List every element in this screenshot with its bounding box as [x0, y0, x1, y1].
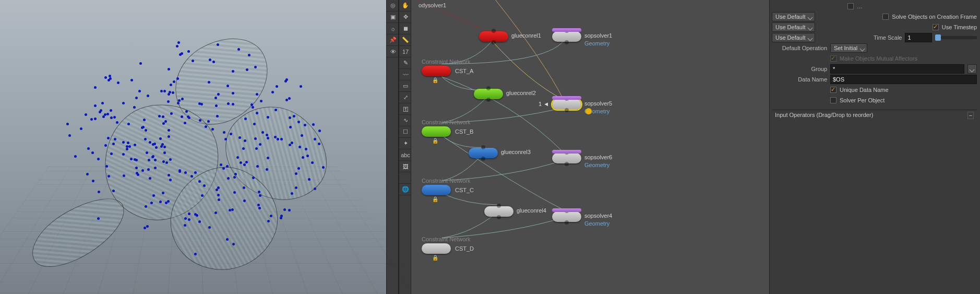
constraint-head: Constraint Network — [422, 58, 473, 65]
empty-icon[interactable] — [399, 172, 412, 184]
defaultop-label: Default Operation — [772, 45, 827, 51]
node-sopsolver4[interactable]: sopsolver4Geometry — [552, 211, 581, 222]
stop-icon[interactable]: ◼ — [399, 23, 412, 34]
node-sublabel[interactable]: Geometry — [584, 220, 609, 227]
pin-icon[interactable]: 📌 — [387, 34, 399, 46]
node-label: sopsolver6 — [584, 154, 612, 160]
constraint-cst_c[interactable]: Constraint NetworkCST_C🔒 — [420, 178, 474, 195]
section-toggle-icon[interactable]: − — [967, 112, 974, 119]
viewport-3d[interactable] — [0, 0, 386, 294]
node-label: sopsolver4 — [584, 213, 612, 219]
mutual-chk[interactable] — [830, 55, 836, 62]
constraint-label: CST_D — [455, 245, 474, 252]
node-glueconrel2[interactable]: glueconrel2 — [474, 89, 503, 99]
group-label: Group — [772, 66, 827, 72]
network-view[interactable]: odysolver1 glueconrel1sopsolver1Geometry… — [411, 0, 769, 294]
constraint-head: Constraint Network — [422, 119, 473, 125]
persp-icon[interactable]: ▣ — [387, 11, 399, 23]
input-operators-label: Input Operators (Drag/Drop to reorder) — [775, 112, 873, 118]
lock-icon: 🔒 — [432, 138, 438, 144]
rect-icon[interactable]: ▭ — [399, 80, 412, 92]
timescale-slider[interactable] — [935, 36, 977, 39]
dataname-input[interactable] — [830, 75, 977, 84]
constraint-node[interactable] — [422, 185, 451, 195]
network-root-label: odysolver1 — [419, 2, 446, 8]
lock-icon: 🔒 — [432, 196, 438, 202]
defaultop-dropdown[interactable]: Set Initial — [830, 43, 867, 53]
node-sopsolver6[interactable]: sopsolver6Geometry — [552, 153, 581, 163]
node-label: glueconrel3 — [501, 149, 531, 155]
group-input[interactable] — [830, 64, 964, 74]
node-glueconrel4[interactable]: glueconrel4 — [484, 206, 513, 217]
timescale-input[interactable] — [905, 33, 932, 42]
lock-icon: 🔒 — [432, 255, 438, 261]
constraint-cst_d[interactable]: Constraint NetworkCST_D🔒 — [420, 236, 474, 254]
constraint-cst_a[interactable]: Constraint NetworkCST_A🔒 — [420, 58, 473, 76]
solve-creation-chk[interactable] — [882, 14, 889, 20]
solve-creation-label: Solve Objects on Creation Frame — [892, 14, 977, 20]
group-menu[interactable] — [967, 64, 977, 74]
globe-icon[interactable]: 🌐 — [399, 184, 412, 195]
uniquedn-label: Unique Data Name — [840, 87, 889, 93]
parameter-pane: … Use Default Solve Objects on Creation … — [769, 0, 980, 294]
box-icon[interactable]: ☐ — [399, 126, 412, 138]
dataname-label: Data Name — [772, 76, 827, 83]
mutual-label: Make Objects Mutual Affectors — [840, 55, 917, 62]
lock-icon: 🔒 — [432, 77, 438, 83]
node-glueconrel1[interactable]: glueconrel1 — [479, 31, 508, 42]
top-chk[interactable] — [847, 3, 854, 9]
solverperobj-label: Solver Per Object — [840, 97, 885, 103]
constraint-label: CST_C — [455, 187, 474, 193]
constraint-label: CST_B — [455, 128, 473, 135]
light-icon[interactable]: ☼ — [387, 23, 399, 34]
uniquedn-chk[interactable] — [830, 87, 836, 93]
move-icon[interactable]: ✥ — [399, 11, 412, 23]
input-badge: 1 ◄ — [539, 101, 549, 107]
number-icon[interactable]: 17 — [399, 46, 412, 57]
target-icon[interactable]: ◎ — [387, 0, 399, 11]
constraint-label: CST_A — [455, 68, 473, 74]
node-label: sopsolver1 — [584, 32, 612, 39]
constraint-node[interactable] — [422, 126, 451, 137]
path-icon[interactable]: 〰 — [399, 69, 412, 80]
warning-icon — [585, 108, 592, 114]
usedefault-1[interactable]: Use Default — [772, 12, 815, 21]
brush-icon[interactable]: ✎ — [399, 57, 412, 69]
xform-icon[interactable]: ✦ — [399, 138, 412, 149]
abc-icon[interactable]: abc — [399, 149, 412, 161]
key-icon[interactable]: ⚿ — [399, 103, 412, 115]
scale-icon[interactable]: ⤢ — [399, 92, 412, 103]
node-label: glueconrel4 — [517, 207, 546, 214]
constraint-head: Constraint Network — [422, 178, 474, 184]
node-sublabel[interactable]: Geometry — [584, 40, 609, 46]
top-trunc-label: … — [857, 3, 977, 9]
node-label: glueconrel1 — [511, 32, 541, 39]
constraint-node[interactable] — [422, 66, 451, 76]
timescale-label: Time Scale — [818, 34, 902, 41]
img-icon[interactable]: 🖼 — [399, 161, 412, 172]
solverperobj-chk[interactable] — [830, 97, 836, 103]
node-label: glueconrel2 — [506, 90, 536, 96]
node-sopsolver5[interactable]: sopsolver5Geometry1 ◄ — [552, 99, 581, 110]
usedefault-2[interactable]: Use Default — [772, 22, 815, 32]
network-toolbar: ✋ ✥ ◼ 📏 17 ✎ 〰 ▭ ⤢ ⚿ ∿ ☐ ✦ abc 🖼 🌐 — [399, 0, 411, 294]
hand-icon[interactable]: ✋ — [399, 0, 412, 11]
constraint-cst_b[interactable]: Constraint NetworkCST_B🔒 — [420, 119, 473, 137]
input-operators-section[interactable]: Input Operators (Drag/Drop to reorder) − — [772, 110, 977, 120]
node-glueconrel3[interactable]: glueconrel3 — [469, 148, 498, 158]
node-sopsolver1[interactable]: sopsolver1Geometry — [552, 31, 581, 42]
curve-icon[interactable]: ∿ — [399, 115, 412, 126]
node-sublabel[interactable]: Geometry — [584, 162, 609, 168]
use-timestep-label: Use Timestep — [942, 24, 977, 30]
usedefault-3[interactable]: Use Default — [772, 33, 815, 42]
ruler-icon[interactable]: 📏 — [399, 34, 412, 46]
constraint-node[interactable] — [422, 243, 451, 254]
constraint-head: Constraint Network — [422, 236, 474, 242]
node-label: sopsolver5 — [584, 100, 612, 107]
eye-icon[interactable]: 👁 — [387, 46, 399, 57]
use-timestep-chk[interactable] — [933, 24, 939, 30]
viewport-grid — [0, 167, 436, 294]
